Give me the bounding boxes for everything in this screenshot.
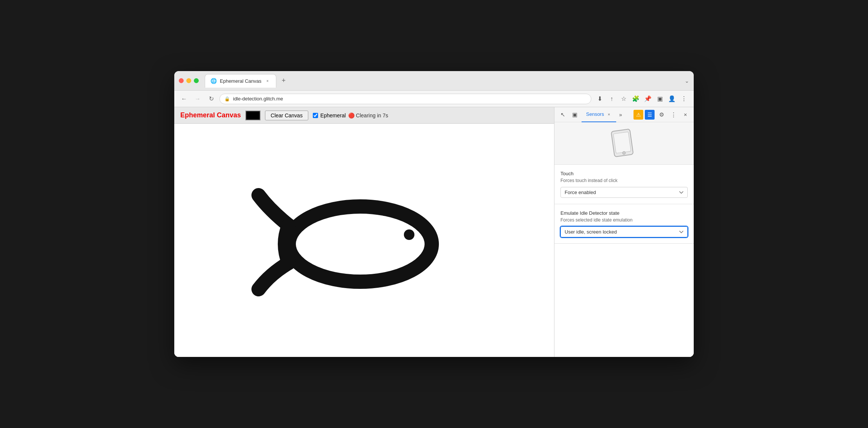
tab-close-button[interactable]: × <box>265 78 271 84</box>
sidebar-button[interactable]: ▣ <box>655 94 665 104</box>
idle-detector-section: Emulate Idle Detector state Forces selec… <box>554 204 694 244</box>
clearing-text: Clearing in 7s <box>356 112 388 118</box>
address-bar[interactable]: 🔒 idle-detection.glitch.me <box>219 94 591 104</box>
svg-point-1 <box>345 230 383 258</box>
reload-button[interactable]: ↻ <box>206 94 216 104</box>
touch-select[interactable]: No override Force enabled Force disabled <box>560 187 688 198</box>
devtools-settings-button[interactable]: ⚙ <box>656 109 667 120</box>
touch-label: Touch <box>560 171 688 176</box>
extensions-button[interactable]: 🧩 <box>630 94 641 104</box>
webpage-title: Ephemeral Canvas <box>180 111 241 119</box>
share-button[interactable]: ↑ <box>606 94 617 104</box>
toolbar-icons: ⬇ ↑ ☆ 🧩 📌 ▣ 👤 ⋮ <box>594 94 689 104</box>
idle-detector-label: Emulate Idle Detector state <box>560 210 688 216</box>
color-picker[interactable] <box>245 111 260 120</box>
svg-point-2 <box>404 229 414 240</box>
idle-detector-sublabel: Forces selected idle state emulation <box>560 217 688 223</box>
devtools-header: ↖ ▣ Sensors × » ⚠ ☰ ⚙ ⋮ × <box>554 107 694 122</box>
sensors-tab-close-button[interactable]: × <box>606 112 612 117</box>
profile-button[interactable]: 👤 <box>667 94 677 104</box>
browser-window: 🌐 Ephemeral Canvas × + ⌄ ← → ↻ 🔒 idle-de… <box>174 71 694 357</box>
canvas-drawing <box>247 180 443 301</box>
tab-bar: 🌐 Ephemeral Canvas × + <box>205 74 442 88</box>
devtools-console-button[interactable]: ☰ <box>645 110 655 120</box>
window-chevron-icon[interactable]: ⌄ <box>685 78 689 84</box>
bookmark-button[interactable]: ☆ <box>618 94 629 104</box>
title-bar: 🌐 Ephemeral Canvas × + ⌄ <box>174 71 694 91</box>
download-button[interactable]: ⬇ <box>594 94 605 104</box>
webpage: Ephemeral Canvas Clear Canvas Ephemeral … <box>174 107 554 357</box>
devtools-device-button[interactable]: ▣ <box>570 109 580 120</box>
close-traffic-light[interactable] <box>179 78 184 83</box>
new-tab-button[interactable]: + <box>279 76 289 86</box>
ephemeral-checkbox[interactable] <box>313 113 318 118</box>
sensors-tab-label: Sensors <box>586 111 604 117</box>
devtools-inspect-button[interactable]: ↖ <box>557 109 568 120</box>
pin-button[interactable]: 📌 <box>643 94 653 104</box>
ephemeral-label: Ephemeral <box>320 112 346 118</box>
phone-illustration <box>554 122 694 165</box>
svg-point-5 <box>622 151 626 155</box>
forward-button[interactable]: → <box>192 94 203 104</box>
idle-detector-select[interactable]: No idle emulation User active, screen un… <box>560 226 688 237</box>
devtools-warning-button[interactable]: ⚠ <box>633 110 643 120</box>
devtools-content: Touch Forces touch instead of click No o… <box>554 122 694 357</box>
lock-icon: 🔒 <box>224 96 230 102</box>
devtools-close-button[interactable]: × <box>680 109 691 120</box>
ephemeral-checkbox-group: Ephemeral 🔴 Clearing in 7s <box>313 112 388 118</box>
browser-menu-button[interactable]: ⋮ <box>679 94 689 104</box>
devtools-menu-button[interactable]: ⋮ <box>668 109 679 120</box>
devtools-more-tabs-button[interactable]: » <box>618 110 624 119</box>
svg-rect-4 <box>613 132 631 153</box>
sensors-tab[interactable]: Sensors × <box>582 107 616 122</box>
phone-svg <box>602 128 647 158</box>
main-area: Ephemeral Canvas Clear Canvas Ephemeral … <box>174 107 694 357</box>
minimize-traffic-light[interactable] <box>186 78 191 83</box>
tab-title: Ephemeral Canvas <box>220 78 262 84</box>
address-text: idle-detection.glitch.me <box>233 96 586 102</box>
nav-bar: ← → ↻ 🔒 idle-detection.glitch.me ⬇ ↑ ☆ 🧩… <box>174 91 694 107</box>
devtools-panel: ↖ ▣ Sensors × » ⚠ ☰ ⚙ ⋮ × <box>554 107 694 357</box>
clearing-icon: 🔴 <box>348 112 355 118</box>
traffic-lights <box>179 78 199 83</box>
canvas-area[interactable] <box>174 124 554 357</box>
tab-favicon-icon: 🌐 <box>210 78 217 84</box>
clearing-badge: 🔴 Clearing in 7s <box>348 112 388 118</box>
maximize-traffic-light[interactable] <box>194 78 199 83</box>
webpage-toolbar: Ephemeral Canvas Clear Canvas Ephemeral … <box>174 107 554 124</box>
back-button[interactable]: ← <box>179 94 189 104</box>
touch-sublabel: Forces touch instead of click <box>560 178 688 183</box>
touch-section: Touch Forces touch instead of click No o… <box>554 165 694 204</box>
active-tab[interactable]: 🌐 Ephemeral Canvas × <box>205 74 276 88</box>
clear-canvas-button[interactable]: Clear Canvas <box>265 111 308 120</box>
